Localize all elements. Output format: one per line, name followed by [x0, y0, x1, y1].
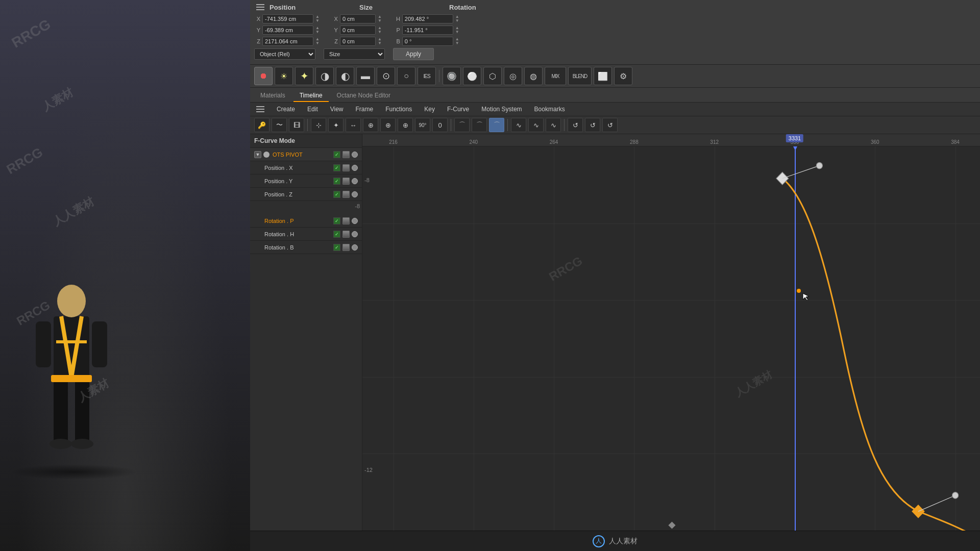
- rot-b-arrows[interactable]: ▲▼: [455, 37, 459, 45]
- apply-button[interactable]: Apply: [393, 48, 434, 60]
- minus8-area: -8: [250, 201, 362, 214]
- rot-h-input[interactable]: [402, 14, 453, 23]
- white-sphere-icon[interactable]: ⬜: [594, 67, 612, 85]
- rot-h-arrows[interactable]: ▲▼: [455, 15, 459, 23]
- timeline-content[interactable]: 216 240 264 288 312 336 360 384 3331: [362, 134, 980, 531]
- track-position-y[interactable]: Position . Y ✓: [250, 174, 362, 188]
- render-icon[interactable]: ⏺: [254, 67, 273, 85]
- reflect-icon[interactable]: ◍: [524, 67, 543, 85]
- half-circle-icon[interactable]: ◑: [315, 67, 334, 85]
- tl-more3-icon[interactable]: ⊕: [398, 118, 413, 132]
- size-x-input[interactable]: [340, 14, 376, 23]
- menu-create[interactable]: Create: [275, 105, 297, 114]
- prop-row-x: X ▲▼ X ▲▼ H ▲▼: [254, 14, 976, 23]
- size-z-arrows[interactable]: ▲▼: [378, 37, 382, 45]
- tl-angle-icon[interactable]: 90°: [415, 118, 430, 132]
- moon-icon[interactable]: ◐: [336, 67, 354, 85]
- menu-view[interactable]: View: [328, 105, 346, 114]
- tl-more2-icon[interactable]: ⊕: [380, 118, 396, 132]
- pos-y-input[interactable]: [262, 26, 313, 35]
- tab-timeline[interactable]: Timeline: [293, 90, 329, 102]
- pos-x-arrows[interactable]: ▲▼: [315, 15, 320, 23]
- pos-x-dot: [352, 165, 358, 171]
- track-rotation-p[interactable]: Rotation . P ✓: [250, 214, 362, 228]
- tl-loop2-icon[interactable]: ↺: [585, 118, 600, 132]
- pos-z-check[interactable]: ✓: [333, 191, 340, 198]
- sphere2-icon[interactable]: 🔘: [443, 67, 461, 85]
- tl-tangent1-icon[interactable]: ∿: [511, 118, 526, 132]
- tl-select-icon[interactable]: ⊹: [311, 118, 326, 132]
- track-position-x[interactable]: Position . X ✓: [250, 161, 362, 174]
- size-y-arrows[interactable]: ▲▼: [378, 26, 382, 34]
- rot-p-arrows[interactable]: ▲▼: [455, 26, 459, 34]
- blur-icon[interactable]: ◎: [504, 67, 522, 85]
- fcurve-hamburger[interactable]: [254, 104, 266, 114]
- sphere-icon[interactable]: ○: [397, 67, 415, 85]
- prop-row-z: Z ▲▼ Z ▲▼ B ▲▼: [254, 37, 976, 46]
- tl-scale-icon[interactable]: ↔: [346, 118, 361, 132]
- menu-motion-system[interactable]: Motion System: [479, 105, 524, 114]
- tl-key-icon[interactable]: 🔑: [254, 118, 270, 132]
- pos-z-arrows[interactable]: ▲▼: [315, 37, 320, 45]
- pos-y-check[interactable]: ✓: [333, 178, 340, 185]
- target-icon[interactable]: ⊙: [377, 67, 395, 85]
- rect-icon[interactable]: ▬: [356, 67, 375, 85]
- transform-type-dropdown[interactable]: Size Position Rotation: [324, 48, 385, 60]
- menu-frame[interactable]: Frame: [354, 105, 376, 114]
- tl-interp3-icon[interactable]: ⌒: [489, 118, 504, 132]
- metal-sphere-icon[interactable]: ⚪: [463, 67, 481, 85]
- pos-y-group: Y ▲▼: [254, 26, 320, 35]
- tl-loop3-icon[interactable]: ↺: [602, 118, 618, 132]
- tl-tangent3-icon[interactable]: ∿: [546, 118, 561, 132]
- tl-interp1-icon[interactable]: ⌒: [454, 118, 470, 132]
- menu-edit[interactable]: Edit: [305, 105, 320, 114]
- tab-materials[interactable]: Materials: [254, 90, 291, 102]
- rot-p-check[interactable]: ✓: [333, 217, 340, 224]
- gear-icon[interactable]: ⚙: [614, 67, 632, 85]
- menu-functions[interactable]: Functions: [383, 105, 414, 114]
- rot-p-input[interactable]: [402, 26, 453, 35]
- menu-key[interactable]: Key: [422, 105, 437, 114]
- mix-label[interactable]: MIX: [545, 67, 566, 85]
- position-hamburger[interactable]: [254, 2, 266, 12]
- tl-more1-icon[interactable]: ⊕: [363, 118, 378, 132]
- ots-pivot-check[interactable]: ✓: [333, 151, 340, 158]
- sun-icon[interactable]: ☀: [275, 67, 293, 85]
- rot-b-check[interactable]: ✓: [333, 244, 340, 251]
- tl-film-icon[interactable]: 🎞: [289, 118, 304, 132]
- tl-loop1-icon[interactable]: ↺: [568, 118, 583, 132]
- tl-zero-icon[interactable]: 0: [432, 118, 448, 132]
- rot-p-label: P: [394, 27, 400, 33]
- size-z-input[interactable]: [340, 37, 376, 46]
- menu-fcurve[interactable]: F-Curve: [445, 105, 471, 114]
- size-x-arrows[interactable]: ▲▼: [378, 15, 382, 23]
- track-rotation-h[interactable]: Rotation . H ✓: [250, 228, 362, 241]
- pos-x-input[interactable]: [262, 14, 313, 23]
- track-ots-pivot[interactable]: ▼ OTS PIVOT ✓: [250, 148, 362, 161]
- rot-b-bar: [342, 244, 350, 251]
- tl-curve-icon[interactable]: 〜: [272, 118, 287, 132]
- track-position-z[interactable]: Position . Z ✓: [250, 188, 362, 201]
- size-y-input[interactable]: [340, 26, 376, 35]
- ruler-288: 288: [630, 139, 639, 145]
- collapse-ots-pivot[interactable]: ▼: [254, 151, 261, 158]
- tl-move-icon[interactable]: ✦: [328, 118, 344, 132]
- ies-icon[interactable]: IES: [418, 67, 436, 85]
- curve-area[interactable]: -8 -12: [362, 146, 980, 531]
- blend-label[interactable]: BLEND: [568, 67, 592, 85]
- ruler: 216 240 264 288 312 336 360 384 3331: [362, 134, 980, 146]
- tl-interp2-icon[interactable]: ⌒: [472, 118, 487, 132]
- pos-x-check[interactable]: ✓: [333, 164, 340, 171]
- prop-row-y: Y ▲▼ Y ▲▼ P ▲▼: [254, 26, 976, 35]
- coord-system-dropdown[interactable]: Object (Rel) World Local: [254, 48, 315, 60]
- menu-bookmarks[interactable]: Bookmarks: [532, 105, 567, 114]
- tl-tangent2-icon[interactable]: ∿: [528, 118, 544, 132]
- sun-bright-icon[interactable]: ✦: [295, 67, 313, 85]
- geometry-icon[interactable]: ⬡: [483, 67, 502, 85]
- rot-h-check[interactable]: ✓: [333, 231, 340, 238]
- track-rotation-b[interactable]: Rotation . B ✓: [250, 241, 362, 254]
- rot-b-input[interactable]: [402, 37, 453, 46]
- pos-y-arrows[interactable]: ▲▼: [315, 26, 320, 34]
- tab-octane-node-editor[interactable]: Octane Node Editor: [331, 90, 397, 102]
- pos-z-input[interactable]: [262, 37, 313, 46]
